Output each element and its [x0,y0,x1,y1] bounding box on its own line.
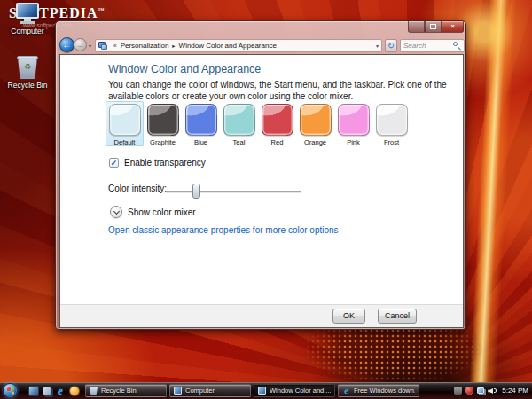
color-swatch-frost[interactable]: Frost [372,101,411,146]
color-swatch-graphite[interactable]: Graphite [144,101,182,146]
color-intensity-slider[interactable] [166,184,301,199]
recycle-bin-icon: ♻ [17,55,38,79]
task-button-label: Recycle Bin [101,387,137,395]
slider-thumb[interactable] [192,184,200,199]
color-swatch-row: DefaultGraphiteBlueTealRedOrangePinkFros… [106,101,411,146]
address-dropdown-icon[interactable]: ▾ [372,43,379,49]
breadcrumb-item-personalization[interactable]: Personalization [121,42,169,50]
back-button[interactable]: ← [59,37,74,52]
volume-icon[interactable] [488,387,497,395]
search-input[interactable] [403,42,453,50]
computer-icon [13,3,42,25]
swatch-label: Pink [334,138,372,146]
taskbar-tasks: Recycle BinComputerWindow Color and ...e… [85,384,419,397]
swatch-tile[interactable] [109,104,141,136]
task-button-label: Computer [185,387,215,395]
swatch-tile[interactable] [376,104,408,136]
breadcrumb-collapse-icon[interactable]: « [113,43,117,49]
color-swatch-teal[interactable]: Teal [220,101,258,146]
enable-transparency-option[interactable]: ✓ Enable transparency [109,158,206,168]
search-icon[interactable] [453,42,461,50]
show-color-mixer-expander[interactable]: Show color mixer [110,206,196,218]
internet-explorer-icon[interactable]: e [55,386,66,396]
watermark-tm: ™ [98,7,106,14]
caption-buttons: — × [408,21,464,33]
windows-flag-icon [7,387,14,395]
control-panel-window: — × ← → ▾ « Personalization ▸ Window Col… [55,20,466,330]
slider-track[interactable] [166,191,301,192]
breadcrumb[interactable]: « Personalization ▸ Window Color and App… [95,39,382,52]
swatch-tile[interactable] [338,104,370,136]
color-swatch-orange[interactable]: Orange [296,101,334,146]
search-box[interactable] [400,39,465,52]
page-content: Window Color and Appearance You can chan… [60,55,463,305]
transparency-label: Enable transparency [124,158,206,168]
history-dropdown-icon[interactable]: ▾ [89,43,91,49]
cancel-button[interactable]: Cancel [378,309,417,324]
color-swatch-default[interactable]: Default [106,101,144,146]
breadcrumb-separator-icon[interactable]: ▸ [172,43,175,50]
swatch-label: Default [106,138,144,146]
quick-launch-bar: e [28,386,80,396]
swatch-label: Orange [296,138,334,146]
swatch-tile[interactable] [262,104,293,136]
task-button-label: Free Windows down... [354,387,415,395]
swatch-label: Teal [220,138,258,146]
color-swatch-red[interactable]: Red [258,101,296,146]
ok-button[interactable]: OK [332,309,365,324]
swatch-label: Graphite [144,138,182,146]
system-tray: 5:24 PM [454,387,532,395]
maximize-button[interactable] [425,21,442,33]
window-client-area: Window Color and Appearance You can chan… [59,54,464,328]
color-mixer-label: Show color mixer [128,207,196,217]
computer-icon [174,387,182,395]
tray-app-icon[interactable] [454,387,462,395]
navigation-bar: ← → ▾ « Personalization ▸ Window Color a… [56,36,466,55]
page-icon [98,42,107,50]
display-icon [258,387,266,395]
dialog-footer: OK Cancel [60,304,463,327]
color-intensity-label: Color intensity: [108,184,167,193]
chevron-down-icon[interactable] [110,206,122,218]
internet-explorer-icon: e [342,387,350,395]
desktop-icon-recycle-bin[interactable]: ♻ Recycle Bin [0,55,55,90]
swatch-tile[interactable] [147,104,179,136]
swatch-tile[interactable] [223,104,255,136]
color-swatch-pink[interactable]: Pink [334,101,372,146]
desktop-icon-computer[interactable]: Computer [0,3,55,35]
taskbar-clock[interactable]: 5:24 PM [502,387,528,395]
task-button[interactable]: eFree Windows down... [338,384,419,397]
swatch-tile[interactable] [300,104,332,136]
show-desktop-icon[interactable] [28,386,39,396]
desktop-icon-label: Recycle Bin [0,81,55,90]
classic-appearance-link[interactable]: Open classic appearance properties for m… [108,225,339,235]
task-button-label: Window Color and ... [270,387,331,395]
switch-windows-icon[interactable] [43,387,51,395]
breadcrumb-item-window-color[interactable]: Window Color and Appearance [179,42,277,50]
maximize-icon [430,24,436,29]
task-button[interactable]: Window Color and ... [254,384,335,397]
window-titlebar[interactable]: — × [56,21,466,36]
network-icon[interactable] [477,387,484,394]
messenger-icon[interactable] [69,386,80,396]
color-swatch-blue[interactable]: Blue [182,101,220,146]
page-description: You can change the color of windows, the… [108,79,463,102]
swatch-tile[interactable] [185,104,217,136]
swatch-label: Frost [372,138,411,146]
swatch-label: Red [258,138,296,146]
refresh-button[interactable]: ↻ [385,39,397,52]
recycle-bin-icon [90,387,98,395]
minimize-button[interactable]: — [408,21,425,33]
tray-alert-icon[interactable] [466,387,473,395]
swatch-label: Blue [182,138,220,146]
transparency-checkbox[interactable]: ✓ [109,158,119,168]
desktop-icon-label: Computer [0,27,55,35]
taskbar: e Recycle BinComputerWindow Color and ..… [0,382,532,399]
close-button[interactable]: × [442,21,464,33]
page-title: Window Color and Appearance [108,63,261,75]
forward-button[interactable]: → [74,38,87,51]
start-button[interactable] [3,383,18,398]
task-button[interactable]: Recycle Bin [85,384,167,397]
task-button[interactable]: Computer [169,384,251,397]
